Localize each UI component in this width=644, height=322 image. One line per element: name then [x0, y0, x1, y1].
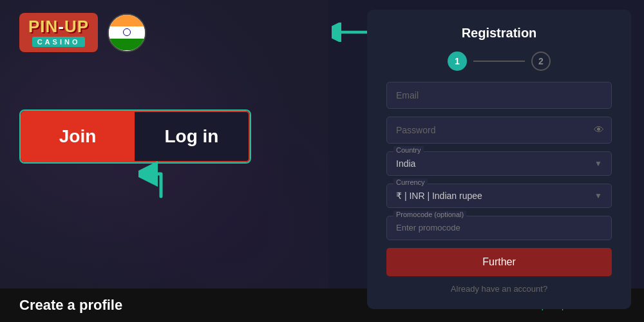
buttons-container: Join Log in	[19, 109, 251, 164]
step-line	[473, 61, 525, 62]
registration-panel: Registration 1 2 👁 Country India ▼ Curre…	[367, 10, 631, 309]
step-2: 2	[531, 52, 551, 71]
buttons-area: Join Log in	[19, 109, 290, 164]
promo-field-container: Promocode (optional)	[386, 216, 612, 240]
currency-dropdown[interactable]: Currency ₹ | INR | Indian rupee ▼	[386, 184, 612, 208]
country-dropdown[interactable]: Country India ▼	[386, 151, 612, 176]
bottom-title: Create a profile	[19, 297, 122, 314]
currency-label: Currency	[393, 178, 428, 186]
join-button[interactable]: Join	[21, 111, 135, 162]
password-field-container: 👁	[386, 117, 612, 144]
step-1: 1	[448, 52, 467, 71]
already-account-text[interactable]: Already have an account?	[386, 284, 612, 294]
email-field-container	[386, 82, 612, 109]
country-value-row: India ▼	[396, 157, 602, 169]
logo-pin-up: PIN-UP	[28, 18, 89, 35]
logo-box: PIN-UP CASINO	[19, 13, 98, 52]
india-flag	[108, 14, 146, 52]
currency-value: ₹ | INR | Indian rupee	[396, 191, 482, 201]
show-password-icon[interactable]: 👁	[594, 124, 604, 136]
currency-chevron: ▼	[594, 191, 602, 200]
country-chevron: ▼	[594, 159, 602, 168]
country-label: Country	[393, 146, 424, 154]
logo-casino: CASINO	[32, 37, 86, 47]
steps-row: 1 2	[386, 52, 612, 71]
registration-title: Registration	[386, 26, 612, 41]
password-input[interactable]	[386, 117, 612, 144]
flag-orange	[109, 15, 145, 27]
promo-label: Promocode (optional)	[393, 211, 466, 218]
login-button[interactable]: Log in	[135, 111, 250, 162]
flag-green	[109, 39, 145, 51]
logo-area: PIN-UP CASINO	[19, 13, 146, 52]
flag-white	[109, 26, 145, 39]
further-button[interactable]: Further	[386, 248, 612, 276]
email-input[interactable]	[386, 82, 612, 109]
panel-arrow-indicator	[332, 23, 370, 42]
promo-input[interactable]	[396, 220, 602, 232]
flag-chakra	[123, 28, 131, 36]
currency-value-row: ₹ | INR | Indian rupee ▼	[396, 189, 602, 201]
login-arrow-indicator	[138, 161, 184, 202]
country-value: India	[396, 158, 415, 169]
